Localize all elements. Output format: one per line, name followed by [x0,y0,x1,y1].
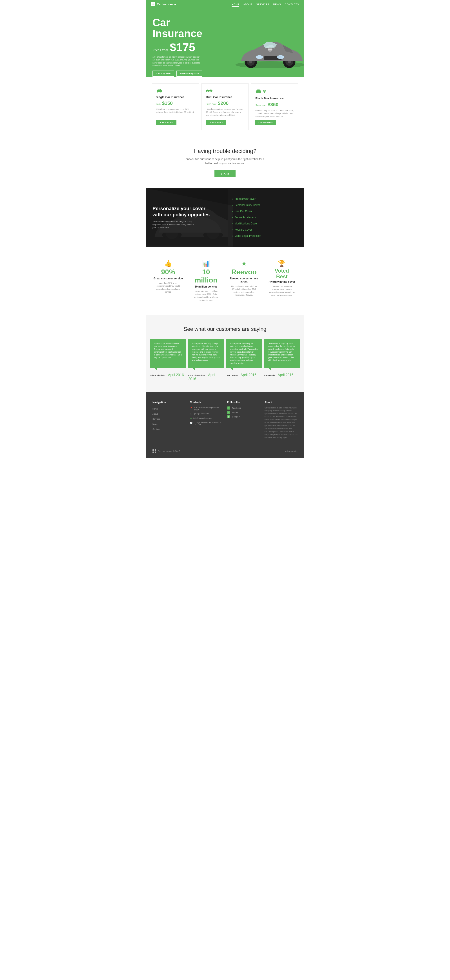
policy-section: Personalize your coverwith our policy up… [146,188,304,247]
multi-car-price: Save over $200 [206,100,245,106]
svg-point-22 [211,91,212,92]
testimonials-grid: At my first car insurance claim, your te… [150,339,300,368]
stat-policies: 📊 10 million 10 million policies We've s… [188,258,224,304]
testimonial-alison-text: At my first car insurance claim, your te… [154,342,182,359]
footer-privacy[interactable]: Privacy Policy [285,450,297,452]
multi-car-icon [206,88,245,93]
nav-home[interactable]: HOME [232,2,239,6]
footer-google-plus[interactable]: g+ Google + [227,415,260,418]
policy-breakdown[interactable]: Breakdown Cover [232,197,300,201]
hero-content: CarInsurance Prices from $175 10% of cus… [153,17,297,77]
footer-grid: Navigation Home About Services News Cont… [153,401,297,439]
policy-modifications[interactable]: Modifications Cover [232,221,300,226]
nav-contacts[interactable]: CONTACTS [285,2,299,6]
footer-nav-services[interactable]: Services [153,417,186,420]
footer-facebook[interactable]: f Facebook [227,406,260,410]
footer-nav-about[interactable]: About [153,412,186,415]
stat-customer-label: Great customer service [153,277,184,280]
footer-phone: (800) 2345-6789 [194,413,209,415]
author-chris-name: Chris Chesterfield [188,374,205,377]
testimonial-kate-text: I just wanted to say a big thank you reg… [268,342,296,362]
footer-nav-contacts[interactable]: Contacts [153,427,186,431]
trouble-description: Answer two questions to help us point yo… [186,157,264,165]
footer-nav-home[interactable]: Home [153,406,186,410]
policy-bonus-accelerator[interactable]: Bonus Accelerator [232,215,300,220]
footer-social-links: f Facebook t Twitter g+ Google + [227,406,260,418]
black-box-learn-more[interactable]: LEARN MORE [255,120,276,125]
author-kate-name: Kate Leeds [264,374,275,377]
stat-award-desc: The Best Car Insurance Provider 2014/15 … [269,285,295,297]
start-button[interactable]: START [215,170,236,177]
testimonial-tom-text: Thank you for contacting me today and fo… [230,342,258,365]
black-box-price: Save over $360 [255,102,294,108]
phone-icon: 📞 [190,413,192,415]
stat-award: 🏆 VotedBest Award winning cover The Best… [264,258,300,304]
footer-about-title: About [264,401,297,404]
location-icon: 📍 [190,407,192,409]
email-icon: ✉ [190,417,192,420]
google-plus-icon: g+ [227,415,230,418]
policy-keycare[interactable]: Keycare Cover [232,228,300,232]
testimonials-section: See what our customers are saying At my … [146,315,304,392]
facebook-icon: f [227,406,230,410]
stat-90-percent: 90% [153,268,184,276]
chart-icon: 📊 [191,260,222,267]
footer-email-item: ✉ info@someplace.org [190,417,223,420]
svg-point-14 [157,91,158,92]
policy-hire-car[interactable]: Hire Car Cover [232,209,300,213]
hero-title: CarInsurance [153,17,297,39]
retrieve-quote-button[interactable]: RETRIEVE QUOTE [177,70,203,77]
single-car-desc: 30% of our customers paid up to $150 bet… [156,108,195,118]
stat-policies-label: 10 million policies [191,285,222,288]
footer-nav-news[interactable]: News [153,422,186,426]
testimonial-chris-text: Thank you for your very prompt attention… [192,342,220,362]
star-icon: ★ [228,260,260,267]
footer-phone-item: 📞 (800) 2345-6789 [190,413,223,415]
black-box-card: Black Box Insurance Save over $360 Betwe… [251,83,298,130]
nav-logo[interactable]: Car Insurance [151,2,176,6]
single-car-icon [156,88,195,93]
stat-policies-desc: We've sold over 11 million policies sinc… [193,290,219,302]
cards-section: Single-Car Insurance from $150 30% of ou… [146,77,304,137]
footer-about-col: About Car Insurance is a FII tested insu… [264,401,297,439]
black-box-title: Black Box Insurance [255,97,294,100]
get-quote-button[interactable]: GET A QUOTE [153,70,174,77]
footer-twitter[interactable]: t Twitter [227,411,260,414]
single-car-learn-more[interactable]: LEARN MORE [156,120,177,125]
footer-address: Car Insurance Glasgow G64 8GW [194,406,223,411]
testimonial-alison: At my first car insurance claim, your te… [150,339,186,368]
footer-email: info@someplace.org [193,417,211,419]
stat-award-label: Award winning cover [266,280,298,283]
policy-content-left: Personalize your coverwith our policy up… [146,197,227,238]
stat-reevoo-label: Reevoo scores to rave about [228,277,260,283]
black-box-icon [255,88,294,94]
svg-rect-16 [158,89,161,90]
footer-logo-text: Car Insurance [158,450,172,453]
clock-icon: 🕐 [190,422,192,424]
footer-bottom: Car Insurance © 2016 Privacy Policy [153,446,297,453]
policy-motor-legal[interactable]: Motor Legal Protection [232,234,300,238]
svg-point-15 [160,91,162,92]
hero-section: CarInsurance Prices from $175 10% of cus… [146,8,304,77]
privacy-link[interactable]: Privacy Policy [285,450,297,452]
multi-car-learn-more[interactable]: LEARN MORE [206,120,226,125]
footer-about-text: Car Insurance is a FII tested insurance … [264,406,297,439]
svg-point-19 [208,91,209,92]
multi-car-card: Multi-Car Insurance Save over $200 10% o… [202,83,249,130]
policy-content-right: Breakdown Cover Personal Injury Cover Hi… [227,188,304,247]
nav-news[interactable]: NEWS [273,2,281,6]
nav-services[interactable]: SERVICES [256,2,269,6]
policy-upgrades-list: Breakdown Cover Personal Injury Cover Hi… [232,197,300,238]
author-chris: Chris Chesterfield · April 2016 [188,373,224,381]
nav-about[interactable]: ABOUT [243,2,252,6]
testimonials-title: See what our customers are saying [150,326,300,332]
stat-10million: 10 million [191,268,222,284]
svg-point-24 [256,92,258,94]
footer-social-title: Follow Us [227,401,260,404]
policy-personal-injury[interactable]: Personal Injury Cover [232,203,300,207]
hero-more-link[interactable]: More [176,65,180,67]
hero-price-label: Prices from [153,48,168,52]
navbar: Car Insurance HOME ABOUT SERVICES NEWS C… [146,0,304,8]
black-box-desc: Between July 1st 2014 and June 30th 2015… [255,109,294,118]
footer-contacts-col: Contacts 📍 Car Insurance Glasgow G64 8GW… [190,401,223,439]
